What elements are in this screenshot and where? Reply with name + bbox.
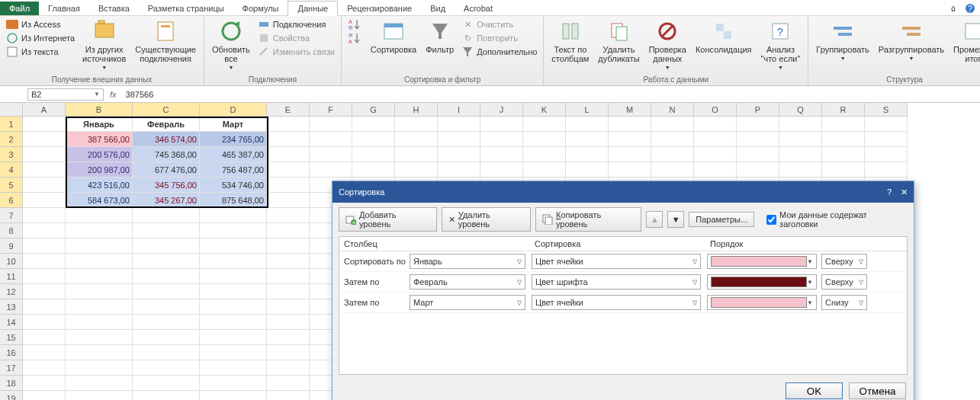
cell-K1[interactable] [523, 117, 566, 132]
dialog-close-icon[interactable]: ✕ [901, 187, 908, 197]
cell-D4[interactable]: 756 487,00 [200, 162, 267, 178]
cell-I3[interactable] [438, 147, 480, 162]
cell-F1[interactable] [310, 117, 352, 132]
col-header-J[interactable]: J [480, 103, 523, 117]
from-text-button[interactable]: Из текста [3, 45, 78, 59]
cell-C15[interactable] [133, 330, 200, 345]
tab-home[interactable]: Главная [39, 2, 89, 15]
cell-N1[interactable] [651, 117, 694, 132]
tab-insert[interactable]: Вставка [89, 2, 139, 15]
cell-C12[interactable] [133, 284, 200, 299]
cell-B9[interactable] [66, 238, 133, 254]
cell-E9[interactable] [267, 238, 310, 254]
cell-B2[interactable]: 387 566,00 [66, 132, 133, 147]
cell-D8[interactable] [200, 223, 267, 238]
cell-A8[interactable] [23, 223, 66, 238]
cell-E6[interactable] [267, 193, 310, 208]
cell-K2[interactable] [523, 132, 566, 147]
cell-F4[interactable] [310, 162, 352, 178]
col-header-H[interactable]: H [395, 103, 438, 117]
cell-M3[interactable] [609, 147, 651, 162]
advanced-filter-button[interactable]: Дополнительно [458, 45, 540, 59]
cell-B1[interactable]: Январь [66, 117, 133, 132]
col-header-P[interactable]: P [737, 103, 779, 117]
row-header-1[interactable]: 1 [0, 117, 23, 132]
cell-D3[interactable]: 465 387,00 [200, 147, 267, 162]
cell-D13[interactable] [200, 299, 267, 315]
add-level-button[interactable]: +Добавить уровень [339, 207, 437, 232]
cell-B12[interactable] [66, 284, 133, 299]
cell-D17[interactable] [200, 360, 267, 376]
row-header-15[interactable]: 15 [0, 330, 23, 345]
tab-review[interactable]: Рецензирование [338, 2, 421, 15]
ribbon-collapse-icon[interactable]: ۵ [946, 2, 960, 15]
cell-O4[interactable] [694, 162, 737, 178]
col-header-M[interactable]: M [609, 103, 651, 117]
cell-C5[interactable]: 345 756,00 [133, 178, 200, 193]
existing-connections-button[interactable]: Существующие подключения [130, 18, 201, 65]
move-up-button[interactable]: ▲ [646, 211, 663, 228]
cell-D18[interactable] [200, 376, 267, 391]
row-header-14[interactable]: 14 [0, 315, 23, 330]
row-header-3[interactable]: 3 [0, 147, 23, 162]
cell-B6[interactable]: 584 673,00 [66, 193, 133, 208]
row-header-8[interactable]: 8 [0, 223, 23, 238]
from-web-button[interactable]: Из Интернета [3, 31, 78, 45]
sort-on-combo-1[interactable]: Цвет шрифта▽ [532, 274, 701, 290]
sort-on-combo-2[interactable]: Цвет ячейки▽ [532, 295, 701, 310]
cell-R3[interactable] [822, 147, 865, 162]
row-header-4[interactable]: 4 [0, 162, 23, 178]
help-icon[interactable]: ? [960, 2, 980, 15]
cell-I1[interactable] [438, 117, 480, 132]
cell-P1[interactable] [737, 117, 779, 132]
cell-K3[interactable] [523, 147, 566, 162]
cell-E7[interactable] [267, 208, 310, 223]
dialog-help-icon[interactable]: ? [887, 187, 892, 197]
cell-C1[interactable]: Февраль [133, 117, 200, 132]
cell-F3[interactable] [310, 147, 352, 162]
cell-B4[interactable]: 200 987,00 [66, 162, 133, 178]
cell-Q3[interactable] [779, 147, 822, 162]
cell-E3[interactable] [267, 147, 310, 162]
formula-input[interactable]: 387566 [123, 89, 980, 100]
cell-E11[interactable] [267, 269, 310, 284]
cell-F2[interactable] [310, 132, 352, 147]
tab-data[interactable]: Данные [288, 1, 338, 16]
row-header-7[interactable]: 7 [0, 208, 23, 223]
cell-A7[interactable] [23, 208, 66, 223]
cell-R2[interactable] [822, 132, 865, 147]
col-header-E[interactable]: E [267, 103, 310, 117]
sort-order-swatch-0[interactable]: ▼ [707, 254, 817, 269]
row-header-18[interactable]: 18 [0, 376, 23, 391]
cell-B16[interactable] [66, 345, 133, 360]
cell-E19[interactable] [267, 391, 310, 400]
cell-Q4[interactable] [779, 162, 822, 178]
has-headers-checkbox[interactable]: Мои данные содержат заголовки [766, 210, 908, 229]
cell-B19[interactable] [66, 391, 133, 400]
col-header-G[interactable]: G [352, 103, 395, 117]
sort-position-combo-1[interactable]: Сверху▽ [821, 274, 867, 290]
cell-G1[interactable] [352, 117, 395, 132]
col-header-C[interactable]: C [133, 103, 200, 117]
cell-A17[interactable] [23, 360, 66, 376]
cell-B8[interactable] [66, 223, 133, 238]
cell-B5[interactable]: 423 516,00 [66, 178, 133, 193]
cell-R1[interactable] [822, 117, 865, 132]
cell-S1[interactable] [865, 117, 908, 132]
sort-az-button[interactable]: АЯ [345, 18, 366, 31]
cell-D7[interactable] [200, 208, 267, 223]
row-header-5[interactable]: 5 [0, 178, 23, 193]
cell-E8[interactable] [267, 223, 310, 238]
col-header-K[interactable]: K [523, 103, 566, 117]
cell-Q2[interactable] [779, 132, 822, 147]
cell-L1[interactable] [566, 117, 609, 132]
cell-E5[interactable] [267, 178, 310, 193]
cell-E12[interactable] [267, 284, 310, 299]
cell-E4[interactable] [267, 162, 310, 178]
row-header-19[interactable]: 19 [0, 391, 23, 400]
cell-C11[interactable] [133, 269, 200, 284]
col-header-R[interactable]: R [822, 103, 865, 117]
cell-C7[interactable] [133, 208, 200, 223]
fx-icon[interactable]: fx [110, 90, 117, 99]
cell-Q1[interactable] [779, 117, 822, 132]
